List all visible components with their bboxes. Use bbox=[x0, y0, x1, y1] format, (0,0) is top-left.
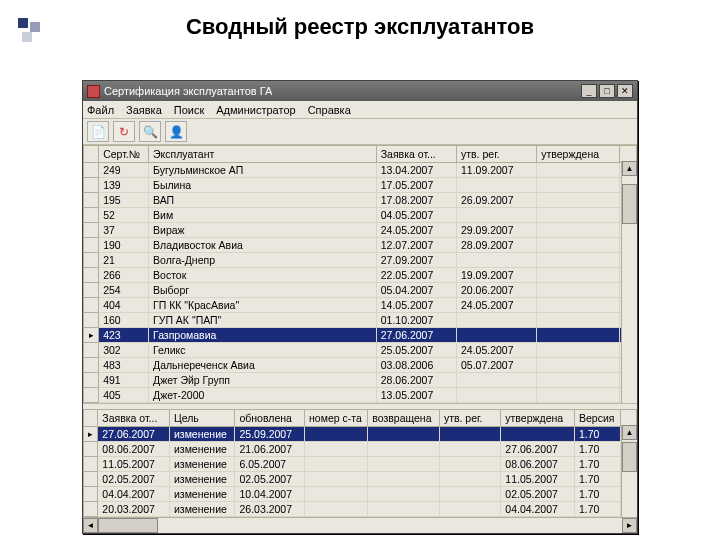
cell: Выборг bbox=[149, 283, 377, 298]
cell bbox=[368, 487, 440, 502]
table-row[interactable]: 52Вим04.05.2007 bbox=[84, 208, 637, 223]
scroll-left-icon[interactable]: ◄ bbox=[83, 518, 98, 533]
cell: 405 bbox=[99, 388, 149, 403]
column-header[interactable]: Цель bbox=[169, 410, 235, 427]
table-row[interactable]: 20.03.2007изменение26.03.200704.04.20071… bbox=[84, 502, 637, 517]
menu-file[interactable]: Файл bbox=[87, 104, 114, 116]
cell: 11.09.2007 bbox=[456, 163, 536, 178]
maximize-button[interactable]: □ bbox=[599, 84, 615, 98]
column-header[interactable]: номер с-та bbox=[305, 410, 368, 427]
column-header[interactable]: обновлена bbox=[235, 410, 305, 427]
cell: 21 bbox=[99, 253, 149, 268]
table-row[interactable]: 139Былина17.05.2007 bbox=[84, 178, 637, 193]
titlebar[interactable]: Сертификация эксплуатантов ГА _ □ ✕ bbox=[83, 81, 637, 101]
menu-search[interactable]: Поиск bbox=[174, 104, 204, 116]
cell: 26.09.2007 bbox=[456, 193, 536, 208]
cell: Былина bbox=[149, 178, 377, 193]
column-header[interactable]: Эксплуатант bbox=[149, 146, 377, 163]
menu-help[interactable]: Справка bbox=[308, 104, 351, 116]
cell: Бугульминское АП bbox=[149, 163, 377, 178]
scroll-right-icon[interactable]: ► bbox=[622, 518, 637, 533]
new-doc-icon[interactable]: 📄 bbox=[87, 121, 109, 142]
scroll-thumb[interactable] bbox=[622, 184, 637, 224]
cell bbox=[537, 328, 619, 343]
hscrollbar[interactable]: ◄ ► bbox=[83, 517, 637, 533]
cell bbox=[456, 178, 536, 193]
scroll-up-icon[interactable]: ▲ bbox=[622, 161, 637, 176]
table-row[interactable]: 254Выборг05.04.200720.06.2007 bbox=[84, 283, 637, 298]
table-row[interactable]: 11.05.2007изменение6.05.200708.06.20071.… bbox=[84, 457, 637, 472]
menu-request[interactable]: Заявка bbox=[126, 104, 162, 116]
cell: 27.06.2007 bbox=[98, 427, 170, 442]
cell: 13.04.2007 bbox=[376, 163, 456, 178]
column-header[interactable]: утверждена bbox=[501, 410, 575, 427]
cell bbox=[537, 268, 619, 283]
cell: 02.05.2007 bbox=[501, 487, 575, 502]
column-header[interactable]: утв. рег. bbox=[456, 146, 536, 163]
table-row[interactable]: 404ГП КК "КрасАвиа"14.05.200724.05.2007 bbox=[84, 298, 637, 313]
table-row[interactable]: 04.04.2007изменение10.04.200702.05.20071… bbox=[84, 487, 637, 502]
cell bbox=[456, 328, 536, 343]
table-row[interactable]: 190Владивосток Авиа12.07.200728.09.2007 bbox=[84, 238, 637, 253]
cell: 13.05.2007 bbox=[376, 388, 456, 403]
cell: 12.07.2007 bbox=[376, 238, 456, 253]
table-row[interactable]: ▸423Газпромавиа27.06.2007 bbox=[84, 328, 637, 343]
cell bbox=[439, 427, 500, 442]
minimize-button[interactable]: _ bbox=[581, 84, 597, 98]
cell bbox=[439, 457, 500, 472]
table-row[interactable]: 160ГУП АК "ПАП"01.10.2007 bbox=[84, 313, 637, 328]
operators-grid-pane: Серт.№ЭксплуатантЗаявка от...утв. рег.ут… bbox=[83, 145, 637, 403]
column-header[interactable]: возвращена bbox=[368, 410, 440, 427]
cell bbox=[537, 238, 619, 253]
operators-table[interactable]: Серт.№ЭксплуатантЗаявка от...утв. рег.ут… bbox=[83, 145, 637, 403]
refresh-icon[interactable]: ↻ bbox=[113, 121, 135, 142]
table-row[interactable]: 08.06.2007изменение21.06.200727.06.20071… bbox=[84, 442, 637, 457]
table-row[interactable]: 02.05.2007изменение02.05.200711.05.20071… bbox=[84, 472, 637, 487]
cell: Джет-2000 bbox=[149, 388, 377, 403]
table-row[interactable]: 249Бугульминское АП13.04.200711.09.2007 bbox=[84, 163, 637, 178]
cell bbox=[537, 163, 619, 178]
admin-icon[interactable]: 👤 bbox=[165, 121, 187, 142]
column-header[interactable]: Версия bbox=[575, 410, 621, 427]
cell bbox=[439, 442, 500, 457]
hscroll-thumb[interactable] bbox=[98, 518, 158, 533]
table-row[interactable]: ▸27.06.2007изменение25.09.20071.70 bbox=[84, 427, 637, 442]
requests-table[interactable]: Заявка от...Цельобновленаномер с-тавозвр… bbox=[83, 409, 637, 517]
scroll-up-icon[interactable]: ▲ bbox=[622, 425, 637, 440]
cell bbox=[537, 343, 619, 358]
close-button[interactable]: ✕ bbox=[617, 84, 633, 98]
cell: Джет Эйр Групп bbox=[149, 373, 377, 388]
column-header[interactable]: утв. рег. bbox=[439, 410, 500, 427]
cell: 24.05.2007 bbox=[376, 223, 456, 238]
column-header[interactable]: Серт.№ bbox=[99, 146, 149, 163]
cell bbox=[368, 472, 440, 487]
scroll-thumb[interactable] bbox=[622, 442, 637, 472]
table-row[interactable]: 37Вираж24.05.200729.09.2007 bbox=[84, 223, 637, 238]
cell: Владивосток Авиа bbox=[149, 238, 377, 253]
search-icon[interactable]: 🔍 bbox=[139, 121, 161, 142]
column-header[interactable]: утверждена bbox=[537, 146, 619, 163]
vscrollbar-bottom[interactable]: ▲ bbox=[621, 425, 637, 517]
table-row[interactable]: 302Геликс25.05.200724.05.2007 bbox=[84, 343, 637, 358]
table-row[interactable]: 266Восток22.05.200719.09.2007 bbox=[84, 268, 637, 283]
cell: Вираж bbox=[149, 223, 377, 238]
table-row[interactable]: 491Джет Эйр Групп28.06.2007 bbox=[84, 373, 637, 388]
table-row[interactable]: 405Джет-200013.05.2007 bbox=[84, 388, 637, 403]
cell bbox=[537, 178, 619, 193]
cell bbox=[368, 457, 440, 472]
table-row[interactable]: 483Дальнереченск Авиа03.08.200605.07.200… bbox=[84, 358, 637, 373]
cell bbox=[456, 208, 536, 223]
table-row[interactable]: 195ВАП17.08.200726.09.2007 bbox=[84, 193, 637, 208]
cell: 29.09.2007 bbox=[456, 223, 536, 238]
column-header[interactable]: Заявка от... bbox=[98, 410, 170, 427]
cell bbox=[456, 253, 536, 268]
cell bbox=[368, 442, 440, 457]
column-header[interactable]: Заявка от... bbox=[376, 146, 456, 163]
cell: Вим bbox=[149, 208, 377, 223]
cell bbox=[537, 223, 619, 238]
cell: 160 bbox=[99, 313, 149, 328]
cell: 11.05.2007 bbox=[98, 457, 170, 472]
table-row[interactable]: 21Волга-Днепр27.09.2007 bbox=[84, 253, 637, 268]
vscrollbar-top[interactable]: ▲ bbox=[621, 161, 637, 403]
menu-admin[interactable]: Администратор bbox=[216, 104, 295, 116]
